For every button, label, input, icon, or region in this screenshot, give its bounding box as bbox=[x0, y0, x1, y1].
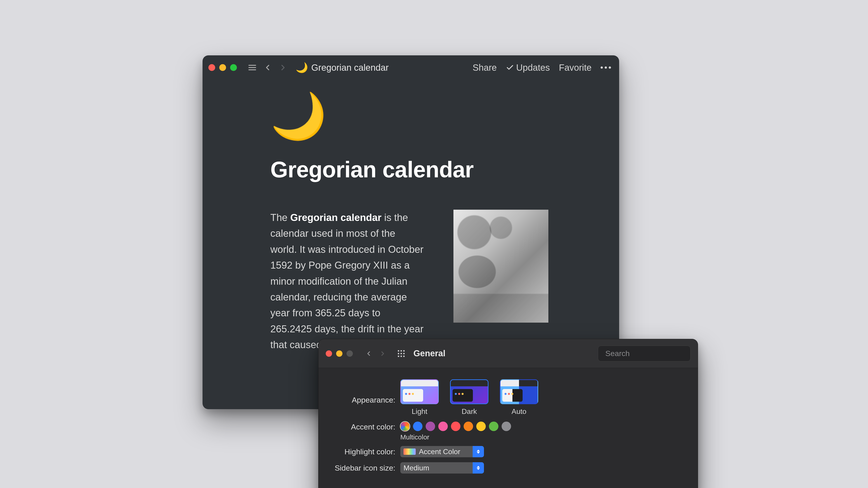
page-emoji-icon: 🌙 bbox=[296, 62, 308, 73]
sidebar-size-dropdown[interactable]: Medium bbox=[400, 462, 484, 474]
accent-color-multicolor[interactable] bbox=[400, 422, 410, 431]
page-title[interactable]: Gregorian calendar bbox=[270, 157, 551, 183]
sidebar-size-label: Sidebar icon size: bbox=[332, 464, 395, 473]
accent-color-graphite[interactable] bbox=[502, 422, 511, 431]
appearance-options: Light Dark Auto bbox=[400, 379, 538, 416]
breadcrumb-title: Gregorian calendar bbox=[311, 63, 389, 73]
dropdown-arrows-icon bbox=[473, 446, 484, 457]
window-controls bbox=[209, 64, 237, 71]
body-prefix: The bbox=[270, 212, 290, 223]
accent-swatches bbox=[400, 422, 511, 431]
svg-rect-11 bbox=[403, 356, 405, 357]
prefs-title: General bbox=[413, 349, 445, 358]
accent-caption: Multicolor bbox=[400, 433, 511, 441]
highlight-label: Highlight color: bbox=[332, 447, 395, 456]
accent-color-purple[interactable] bbox=[426, 422, 435, 431]
accent-color-blue[interactable] bbox=[413, 422, 423, 431]
appearance-thumb-light bbox=[400, 379, 439, 404]
close-button[interactable] bbox=[326, 350, 332, 357]
accent-color-red[interactable] bbox=[451, 422, 460, 431]
appearance-thumb-auto bbox=[500, 379, 538, 404]
share-button[interactable]: Share bbox=[473, 63, 497, 73]
system-preferences-window: General Appearance: Light Dark Auto bbox=[318, 339, 698, 488]
more-button[interactable] bbox=[600, 66, 611, 69]
appearance-option-light[interactable]: Light bbox=[400, 379, 439, 416]
content-row: The Gregorian calendar is the calendar u… bbox=[270, 210, 551, 353]
highlight-swatch-icon bbox=[403, 449, 416, 455]
appearance-light-label: Light bbox=[412, 408, 427, 416]
svg-rect-10 bbox=[401, 356, 402, 357]
body-bold: Gregorian calendar bbox=[290, 212, 381, 223]
appearance-auto-label: Auto bbox=[512, 408, 526, 416]
appearance-thumb-dark bbox=[450, 379, 489, 404]
page-icon[interactable]: 🌙 bbox=[270, 93, 551, 138]
maximize-button-disabled bbox=[346, 350, 353, 357]
appearance-option-dark[interactable]: Dark bbox=[450, 379, 489, 416]
svg-rect-4 bbox=[401, 350, 402, 352]
notion-toolbar: 🌙 Gregorian calendar Share Updates Favor… bbox=[203, 55, 619, 80]
back-button[interactable] bbox=[262, 62, 273, 73]
appearance-row: Appearance: Light Dark Auto bbox=[332, 379, 684, 416]
forward-button[interactable] bbox=[278, 62, 288, 73]
breadcrumb[interactable]: 🌙 Gregorian calendar bbox=[296, 62, 389, 73]
search-field[interactable] bbox=[598, 346, 690, 361]
svg-rect-5 bbox=[403, 350, 405, 352]
accent-area: Multicolor bbox=[400, 422, 511, 441]
sidebar-size-row: Sidebar icon size: Medium bbox=[332, 462, 684, 474]
accent-color-pink[interactable] bbox=[438, 422, 448, 431]
svg-rect-6 bbox=[398, 353, 399, 354]
appearance-dark-label: Dark bbox=[462, 408, 477, 416]
svg-rect-8 bbox=[403, 353, 405, 354]
accent-color-green[interactable] bbox=[489, 422, 498, 431]
article-image[interactable] bbox=[454, 210, 548, 323]
accent-color-orange[interactable] bbox=[464, 422, 473, 431]
highlight-value: Accent Color bbox=[419, 448, 460, 456]
updates-label: Updates bbox=[516, 63, 550, 73]
maximize-button[interactable] bbox=[230, 64, 237, 71]
highlight-row: Highlight color: Accent Color bbox=[332, 446, 684, 457]
close-button[interactable] bbox=[209, 64, 215, 71]
toolbar-right: Share Updates Favorite bbox=[473, 63, 611, 73]
show-all-button[interactable] bbox=[396, 349, 406, 359]
appearance-option-auto[interactable]: Auto bbox=[500, 379, 538, 416]
svg-rect-3 bbox=[398, 350, 399, 352]
body-text[interactable]: The Gregorian calendar is the calendar u… bbox=[270, 210, 424, 353]
prefs-body: Appearance: Light Dark Auto Accent color… bbox=[318, 368, 698, 474]
window-controls bbox=[326, 350, 353, 357]
appearance-label: Appearance: bbox=[332, 396, 395, 416]
accent-color-yellow[interactable] bbox=[476, 422, 486, 431]
prefs-forward-button[interactable] bbox=[378, 349, 388, 359]
accent-label: Accent color: bbox=[332, 422, 395, 431]
prefs-back-button[interactable] bbox=[364, 349, 374, 359]
svg-rect-9 bbox=[398, 356, 399, 357]
dropdown-arrows-icon bbox=[473, 462, 484, 474]
prefs-header: General bbox=[318, 339, 698, 368]
body-rest: is the calendar used in most of the worl… bbox=[270, 212, 424, 350]
minimize-button[interactable] bbox=[336, 350, 342, 357]
check-icon bbox=[506, 64, 514, 72]
updates-button[interactable]: Updates bbox=[506, 63, 550, 73]
sidebar-size-value: Medium bbox=[403, 464, 429, 472]
svg-rect-7 bbox=[401, 353, 402, 354]
notion-body: 🌙 Gregorian calendar The Gregorian calen… bbox=[203, 80, 619, 353]
highlight-dropdown[interactable]: Accent Color bbox=[400, 446, 484, 457]
sidebar-toggle-button[interactable] bbox=[247, 62, 258, 73]
minimize-button[interactable] bbox=[219, 64, 226, 71]
favorite-button[interactable]: Favorite bbox=[559, 63, 592, 73]
search-input[interactable] bbox=[605, 349, 698, 358]
accent-row: Accent color: Multicolor bbox=[332, 422, 684, 441]
